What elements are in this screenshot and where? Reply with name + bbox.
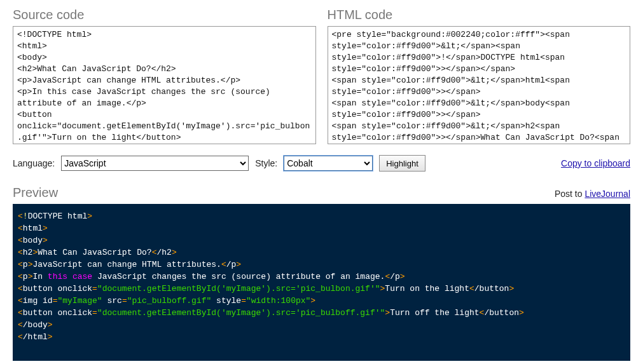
livejournal-link[interactable]: LiveJournal — [584, 189, 630, 199]
pv-token: < — [469, 284, 474, 293]
pv-token: > — [43, 236, 48, 245]
pv-token: /button — [484, 308, 519, 318]
pv-token: Turn off the light — [390, 308, 479, 318]
preview-header: Preview Post to LiveJournal — [13, 185, 630, 200]
pv-token: button onclick — [23, 284, 92, 293]
pv-token: "pic_bulboff.gif" — [127, 296, 212, 306]
highlight-button[interactable]: Highlight — [379, 155, 425, 172]
pv-token: < — [18, 332, 23, 342]
pv-token: = — [122, 296, 127, 306]
top-row: Source code HTML code — [13, 8, 630, 146]
pv-token: < — [18, 212, 23, 221]
pv-token: > — [48, 332, 53, 342]
pv-token: JavaScript changes the src (source) attr… — [92, 272, 385, 281]
style-label: Style: — [255, 158, 277, 168]
pv-token: h2 — [23, 248, 33, 257]
pv-token — [67, 272, 73, 281]
pv-token: Turn on the light — [385, 284, 469, 293]
pv-token: /button — [474, 284, 509, 293]
pv-token: ! — [23, 212, 28, 221]
preview-title: Preview — [13, 185, 58, 200]
pv-token: src — [102, 296, 122, 306]
pv-token: > — [400, 272, 405, 281]
pv-token: > — [385, 308, 390, 318]
pv-token: > — [509, 284, 514, 293]
pv-token: > — [519, 308, 524, 318]
pv-token: html — [23, 224, 43, 233]
pv-token: < — [18, 260, 23, 269]
pv-token: /html — [23, 332, 48, 342]
pv-token: DOCTYPE html — [28, 212, 88, 221]
pv-token: < — [18, 224, 23, 233]
pv-token: < — [18, 308, 23, 318]
pv-token: < — [18, 248, 23, 257]
source-col: Source code — [13, 8, 316, 146]
pv-token: < — [18, 272, 23, 281]
pv-token: /h2 — [156, 248, 171, 257]
pv-token: /p — [226, 260, 237, 269]
pv-token: > — [87, 212, 92, 221]
pv-token: > — [43, 224, 48, 233]
pv-token: "width:100px" — [246, 296, 310, 306]
pv-token: < — [18, 236, 23, 245]
pv-token: > — [236, 260, 241, 269]
pv-token: > — [48, 320, 53, 330]
controls-row: Language: JavaScript Style: Cobalt Highl… — [13, 155, 630, 172]
pv-token: p — [23, 260, 28, 269]
language-label: Language: — [13, 158, 55, 168]
pv-token: JavaScript can change HTML attributes. — [32, 260, 221, 269]
pv-token: "document.getElementById('myImage').src=… — [97, 284, 380, 293]
source-code-label: Source code — [13, 8, 316, 22]
style-select[interactable]: Cobalt — [284, 156, 373, 171]
pv-token: style — [211, 296, 241, 306]
pv-token: What Can JavaScript Do? — [38, 248, 151, 257]
copy-to-clipboard-link[interactable]: Copy to clipboard — [561, 158, 630, 168]
pv-token: img id — [23, 296, 53, 306]
pv-token: < — [221, 260, 226, 269]
html-code-label: HTML code — [328, 8, 631, 22]
pv-token: < — [18, 284, 23, 293]
pv-token: /p — [390, 272, 400, 281]
pv-token: "myImage" — [57, 296, 102, 306]
pv-token: < — [18, 296, 23, 306]
html-code-textarea[interactable] — [328, 26, 631, 144]
pv-token: = — [92, 284, 97, 293]
preview-pane: <!DOCTYPE html> <html> <body> <h2>What C… — [13, 204, 630, 361]
html-col: HTML code — [328, 8, 631, 146]
pv-token: p — [23, 272, 28, 281]
pv-token: button onclick — [23, 308, 92, 318]
post-to-text: Post to LiveJournal — [555, 189, 630, 199]
pv-token: = — [241, 296, 246, 306]
language-select[interactable]: JavaScript — [61, 156, 249, 171]
pv-token: body — [23, 236, 43, 245]
pv-token: In — [32, 272, 47, 281]
source-code-textarea[interactable] — [13, 26, 316, 144]
pv-token: > — [310, 296, 315, 306]
pv-token: > — [172, 248, 177, 257]
pv-token: case — [73, 272, 92, 281]
pv-token: = — [92, 308, 97, 318]
pv-token: /body — [23, 320, 48, 330]
pv-token: < — [18, 320, 23, 330]
post-to-prefix: Post to — [555, 189, 584, 199]
pv-token: "document.getElementById('myImage').src=… — [97, 308, 385, 318]
pv-token: this — [48, 272, 67, 281]
